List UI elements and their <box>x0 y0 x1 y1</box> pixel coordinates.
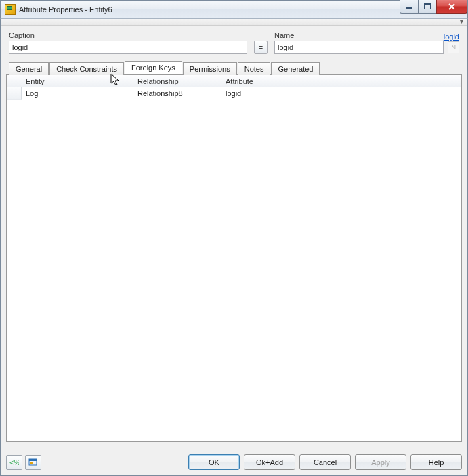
window-icon-button[interactable] <box>25 455 41 470</box>
ok-button[interactable]: OK <box>188 454 240 470</box>
window-icon <box>28 458 38 467</box>
cell-entity: Log <box>22 89 133 98</box>
title-bar[interactable]: Attribute Properties - Entity6 <box>0 0 468 19</box>
tab-permissions[interactable]: Permissions <box>183 62 237 75</box>
tab-check-constraints[interactable]: Check Constraints <box>49 62 124 75</box>
tab-notes[interactable]: Notes <box>238 62 271 75</box>
column-header-entity[interactable]: Entity <box>22 76 133 87</box>
caption-field-group: Caption <box>9 31 247 54</box>
svg-rect-6 <box>30 462 33 464</box>
app-icon <box>5 4 16 15</box>
maximize-button[interactable] <box>418 0 437 14</box>
not-null-toggle[interactable]: N <box>448 41 459 53</box>
name-field-group: Name logid N <box>274 31 459 54</box>
svg-rect-0 <box>406 7 412 9</box>
close-button[interactable] <box>436 0 467 14</box>
apply-button[interactable]: Apply <box>355 454 406 470</box>
tab-strip: General Check Constraints Foreign Keys P… <box>6 60 462 74</box>
grid-header: Entity Relationship Attribute <box>7 75 461 87</box>
window-title: Attribute Properties - Entity6 <box>19 5 112 14</box>
top-fields: Caption = Name logid N <box>6 31 462 60</box>
caption-label: Caption <box>9 31 247 39</box>
foreign-keys-pane: Entity Relationship Attribute Log Relati… <box>6 74 462 442</box>
help-button[interactable]: Help <box>410 454 462 470</box>
tab-generated[interactable]: Generated <box>271 62 320 75</box>
content-area: Caption = Name logid N General Check Con… <box>6 31 462 446</box>
column-header-relationship[interactable]: Relationship <box>133 76 221 87</box>
minimize-button[interactable] <box>400 0 419 14</box>
cell-attribute: logid <box>221 89 461 98</box>
tab-general[interactable]: General <box>9 62 49 75</box>
grid-body[interactable]: Log Relationship8 logid <box>7 87 461 441</box>
svg-rect-5 <box>29 459 37 461</box>
toolbar-strip[interactable] <box>1 19 467 26</box>
svg-text:<%: <% <box>9 458 19 467</box>
ok-add-button[interactable]: Ok+Add <box>244 454 295 470</box>
bottom-bar: <% OK Ok+Add Cancel Apply Help <box>1 452 467 475</box>
window-controls <box>400 0 467 14</box>
tab-foreign-keys[interactable]: Foreign Keys <box>125 61 182 74</box>
name-input[interactable] <box>274 41 444 54</box>
script-icon-button[interactable]: <% <box>6 455 22 470</box>
sync-caption-name-button[interactable]: = <box>254 41 268 54</box>
table-row[interactable]: Log Relationship8 logid <box>7 87 461 100</box>
name-link[interactable]: logid <box>444 33 459 41</box>
window-body: Caption = Name logid N General Check Con… <box>0 19 468 476</box>
cell-relationship: Relationship8 <box>133 89 221 98</box>
row-header[interactable] <box>7 87 22 100</box>
name-label: Name <box>274 31 294 39</box>
column-header-attribute[interactable]: Attribute <box>221 76 461 87</box>
cancel-button[interactable]: Cancel <box>299 454 351 470</box>
caption-input[interactable] <box>9 41 247 54</box>
code-icon: <% <box>9 458 19 467</box>
svg-rect-2 <box>425 4 431 5</box>
